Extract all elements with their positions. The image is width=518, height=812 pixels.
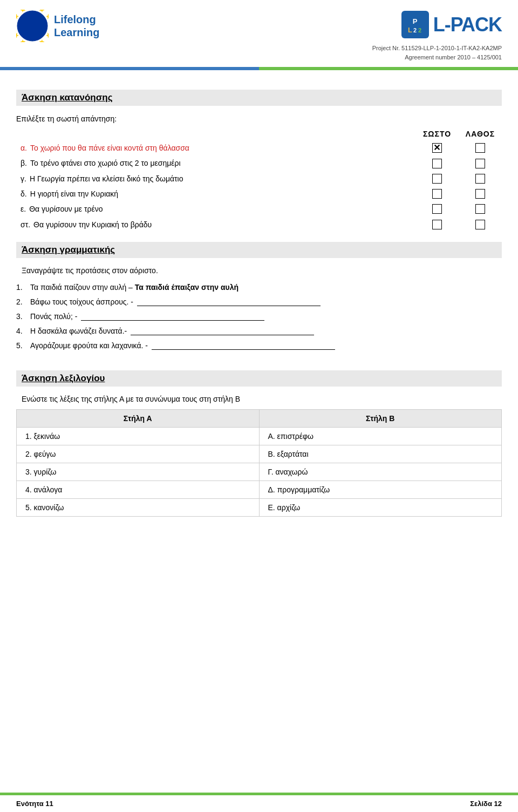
vocab-instruction: Ενώστε τις λέξεις της στήλης Α με τα συν… [16, 392, 502, 406]
comp-item-text: β.Το τρένο φτάνει στο χωριό στις 2 το με… [16, 155, 415, 171]
comprehension-section: Άσκηση κατανόησης Επιλέξτε τη σωστή απάν… [16, 90, 502, 232]
comp-sosто-checkbox[interactable] [415, 155, 459, 171]
agreement-nr: Agreement number 2010 – 4125/001 [372, 53, 502, 62]
vocab-col-a: Στήλη Α [17, 409, 260, 427]
grammar-item: 3.Πονάς πολύ; - [16, 312, 502, 321]
comp-sosто-checkbox[interactable] [415, 186, 459, 201]
vocab-cell-b: Δ. προγραμματίζω [259, 481, 502, 498]
comp-lathos-checkbox[interactable] [459, 171, 502, 186]
comp-lathos-checkbox[interactable] [459, 216, 502, 232]
comprehension-table: ΣΩΣΤΟ ΛΑΘΟΣ α.Το χωριό που θα πάνε είναι… [16, 127, 502, 232]
grammar-item-num: 3. [16, 312, 28, 321]
logo-left: Lifelong Learning [16, 10, 99, 42]
grammar-section: Άσκηση γραμματικής Ξαναγράψτε τις προτάσ… [16, 242, 502, 361]
lifelong-text: Lifelong Learning [54, 13, 99, 39]
comprehension-header: Άσκηση κατανόησης [16, 90, 502, 106]
page-wrapper: Lifelong Learning P L 2 2 L-PACK Projec [0, 0, 518, 812]
vocab-tbody: 1. ξεκινάωΑ. επιστρέφω2. φεύγωΒ. εξαρτάτ… [17, 427, 502, 516]
main-content: Άσκηση κατανόησης Επιλέξτε τη σωστή απάν… [0, 70, 518, 793]
logo-right: P L 2 2 L-PACK Project Nr. 511529-LLP-1-… [372, 10, 502, 62]
vocab-header: Άσκηση λεξιλογίου [16, 370, 502, 387]
svg-text:2: 2 [413, 27, 417, 33]
vocab-header-row: Στήλη Α Στήλη Β [17, 409, 502, 427]
comprehension-title: Άσκηση κατανόησης [22, 92, 113, 103]
vocab-section: Άσκηση λεξιλογίου Ενώστε τις λέξεις της … [16, 370, 502, 517]
lifelong-line1: Lifelong [54, 13, 99, 26]
comp-item-text: ε.Θα γυρίσουν με τρένο [16, 201, 415, 216]
eu-logo-icon [16, 10, 49, 42]
footer-right: Σελίδα 12 [470, 800, 502, 808]
comp-row: β.Το τρένο φτάνει στο χωριό στις 2 το με… [16, 155, 502, 171]
grammar-header: Άσκηση γραμματικής [16, 242, 502, 258]
comp-item-text: δ.Η γιορτή είναι την Κυριακή [16, 186, 415, 201]
svg-text:2: 2 [418, 27, 421, 33]
comp-lathos-checkbox[interactable] [459, 201, 502, 216]
project-info: Project Nr. 511529-LLP-1-2010-1-IT-KA2-K… [372, 44, 502, 62]
grammar-item-content: Πονάς πολύ; - [30, 312, 502, 321]
comp-row: στ.Θα γυρίσουν την Κυριακή το βράδυ [16, 216, 502, 232]
vocab-row: 3. γυρίζωΓ. αναχωρώ [17, 463, 502, 481]
grammar-item-content: Βάφω τους τοίχους άσπρους. - [30, 297, 502, 306]
footer-left: Ενότητα 11 [16, 800, 53, 808]
svg-point-0 [17, 11, 47, 41]
vocab-cell-b: Α. επιστρέφω [259, 427, 502, 445]
vocab-col-b: Στήλη Β [259, 409, 502, 427]
comprehension-subtitle: Επιλέξτε τη σωστή απάντηση: [16, 111, 502, 127]
vocab-row: 4. ανάλογαΔ. προγραμματίζω [17, 481, 502, 498]
grammar-item: 4.Η δασκάλα φωνάζει δυνατά.- [16, 326, 502, 335]
vocab-cell-b: Γ. αναχωρώ [259, 463, 502, 481]
comp-sosто-checkbox[interactable] [415, 140, 459, 155]
comp-lathos-checkbox[interactable] [459, 186, 502, 201]
vocab-row: 5. κανονίζωΕ. αρχίζω [17, 498, 502, 516]
comp-row: α.Το χωριό που θα πάνε είναι κοντά στη θ… [16, 140, 502, 155]
vocab-cell-a: 2. φεύγω [17, 445, 260, 463]
comp-row: δ.Η γιορτή είναι την Κυριακή [16, 186, 502, 201]
grammar-item-line [137, 297, 321, 306]
svg-text:P: P [412, 17, 417, 25]
comp-lathos-checkbox[interactable] [459, 140, 502, 155]
grammar-item-content: Αγοράζουμε φρούτα και λαχανικά. - [30, 341, 502, 350]
project-nr: Project Nr. 511529-LLP-1-2010-1-IT-KA2-K… [372, 44, 502, 53]
comp-item-text: στ.Θα γυρίσουν την Κυριακή το βράδυ [16, 216, 415, 232]
comp-row: ε.Θα γυρίσουν με τρένο [16, 201, 502, 216]
comp-item-text: α.Το χωριό που θα πάνε είναι κοντά στη θ… [16, 140, 415, 155]
comp-th-lathos: ΛΑΘΟΣ [459, 127, 502, 140]
comp-sosто-checkbox[interactable] [415, 216, 459, 232]
vocab-table: Στήλη Α Στήλη Β 1. ξεκινάωΑ. επιστρέφω2.… [16, 409, 502, 517]
grammar-item-num: 1. [16, 283, 28, 292]
comp-row: γ.Η Γεωργία πρέπει να κλείσει δικό της δ… [16, 171, 502, 186]
grammar-item: 5.Αγοράζουμε φρούτα και λαχανικά. - [16, 341, 502, 350]
grammar-item: 2.Βάφω τους τοίχους άσπρους. - [16, 297, 502, 306]
comp-tbody: α.Το χωριό που θα πάνε είναι κοντά στη θ… [16, 140, 502, 232]
lpack-cube-icon: P L 2 2 [400, 10, 430, 39]
grammar-item-content: Τα παιδιά παίζουν στην αυλή – Τα παιδιά … [30, 283, 502, 292]
grammar-title: Άσκηση γραμματικής [22, 245, 115, 255]
lpack-logo: P L 2 2 L-PACK [372, 10, 502, 39]
vocab-row: 2. φεύγωΒ. εξαρτάται [17, 445, 502, 463]
grammar-item-line [81, 312, 264, 321]
grammar-item-answer-bold: Τα παιδιά έπαιξαν στην αυλή [135, 283, 238, 292]
comp-header-row: ΣΩΣΤΟ ΛΑΘΟΣ [16, 127, 502, 140]
grammar-items: 1.Τα παιδιά παίζουν στην αυλή – Τα παιδι… [16, 278, 502, 361]
lifelong-line2: Learning [54, 26, 99, 39]
grammar-item-line [152, 341, 335, 350]
vocab-row: 1. ξεκινάωΑ. επιστρέφω [17, 427, 502, 445]
grammar-instruction: Ξαναγράψτε τις προτάσεις στον αόριστο. [16, 263, 502, 278]
header: Lifelong Learning P L 2 2 L-PACK Projec [0, 0, 518, 67]
vocab-cell-a: 4. ανάλογα [17, 481, 260, 498]
vocab-cell-a: 1. ξεκινάω [17, 427, 260, 445]
vocab-cell-b: Β. εξαρτάται [259, 445, 502, 463]
grammar-item-num: 2. [16, 297, 28, 306]
vocab-cell-a: 3. γυρίζω [17, 463, 260, 481]
grammar-item-line [131, 326, 314, 335]
comp-th-sosто: ΣΩΣΤΟ [415, 127, 459, 140]
vocab-title: Άσκηση λεξιλογίου [22, 373, 105, 383]
grammar-item-num: 4. [16, 327, 28, 335]
vocab-cell-b: Ε. αρχίζω [259, 498, 502, 516]
comp-sosто-checkbox[interactable] [415, 201, 459, 216]
grammar-item-content: Η δασκάλα φωνάζει δυνατά.- [30, 326, 502, 335]
comp-sosто-checkbox[interactable] [415, 171, 459, 186]
comp-lathos-checkbox[interactable] [459, 155, 502, 171]
vocab-cell-a: 5. κανονίζω [17, 498, 260, 516]
grammar-item-num: 5. [16, 341, 28, 350]
